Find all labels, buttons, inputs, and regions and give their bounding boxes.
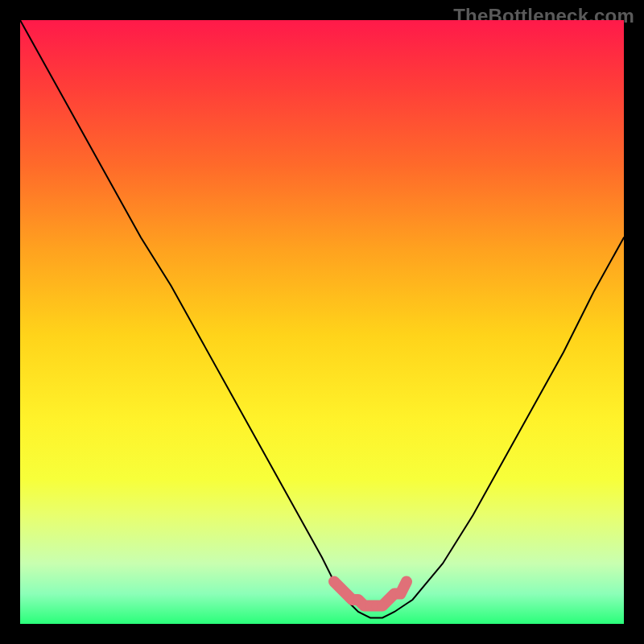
- optimal-marker-dot: [402, 577, 411, 587]
- bottleneck-curve-path: [20, 20, 624, 618]
- optimal-marker-dot: [396, 589, 406, 599]
- bottleneck-curve-line: [20, 20, 624, 618]
- optimal-marker-points: [329, 577, 411, 611]
- chart-frame: TheBottleneck.com: [0, 0, 644, 644]
- plot-area: [20, 20, 624, 624]
- chart-svg: [20, 20, 624, 624]
